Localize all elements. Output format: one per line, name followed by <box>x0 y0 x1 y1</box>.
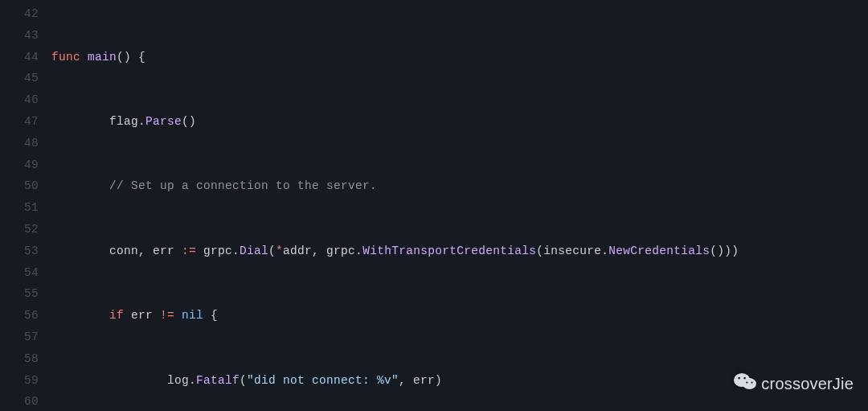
line-number: 56 <box>0 305 39 327</box>
line-number: 49 <box>0 154 39 176</box>
ident: log. <box>167 374 196 387</box>
svg-point-5 <box>751 382 753 384</box>
call: NewCredentials <box>608 245 710 257</box>
punct: () <box>182 115 196 128</box>
code-line: func main() { <box>51 47 868 68</box>
code-line: conn, err := grpc.Dial(*addr, grpc.WithT… <box>51 240 868 262</box>
line-number: 60 <box>0 391 39 411</box>
line-number: 46 <box>0 89 39 111</box>
line-number: 55 <box>0 283 39 305</box>
call: Dial <box>240 245 268 257</box>
svg-point-2 <box>739 377 741 380</box>
line-number: 51 <box>0 197 39 219</box>
wechat-icon <box>734 372 761 397</box>
line-number: 47 <box>0 111 39 133</box>
line-number: 58 <box>0 348 39 370</box>
ident: conn, err <box>109 245 182 257</box>
op: != <box>160 309 174 322</box>
ident: addr, grpc. <box>283 245 362 257</box>
line-number: 54 <box>0 262 39 284</box>
punct: () { <box>117 51 145 64</box>
code-area: func main() { flag.Parse() // Set up a c… <box>45 0 868 411</box>
svg-point-1 <box>743 378 756 389</box>
punct: ( <box>268 245 276 257</box>
line-number: 43 <box>0 25 39 47</box>
watermark: crossoverJie <box>734 372 854 397</box>
op: := <box>182 245 196 257</box>
code-line: if err != nil { <box>51 305 868 327</box>
watermark-text: crossoverJie <box>761 373 854 395</box>
call: Parse <box>145 115 182 128</box>
line-number: 59 <box>0 370 39 392</box>
line-number: 45 <box>0 68 39 89</box>
line-number: 48 <box>0 133 39 154</box>
line-number: 50 <box>0 175 39 197</box>
ident: err <box>124 309 160 322</box>
line-number: 53 <box>0 240 39 262</box>
line-number: 44 <box>0 47 39 68</box>
svg-point-3 <box>744 377 747 380</box>
call: WithTransportCredentials <box>362 245 536 257</box>
const: nil <box>182 309 203 322</box>
ident: flag. <box>109 115 145 128</box>
op: * <box>276 245 283 257</box>
space <box>174 309 182 322</box>
svg-point-4 <box>747 382 748 384</box>
punct: , err) <box>399 374 442 387</box>
line-number: 42 <box>0 3 39 25</box>
comment: // Set up a connection to the server. <box>109 179 377 192</box>
keyword: if <box>109 309 124 322</box>
code-line: flag.Parse() <box>51 111 868 133</box>
line-number: 52 <box>0 219 39 240</box>
punct: ( <box>240 374 247 387</box>
code-editor: 42434445464748495051525354555657585960 f… <box>0 0 868 411</box>
call: Fatalf <box>196 374 240 387</box>
punct: { <box>203 309 218 322</box>
code-line: // Set up a connection to the server. <box>51 175 868 197</box>
line-number-gutter: 42434445464748495051525354555657585960 <box>0 0 45 411</box>
line-number: 57 <box>0 327 39 348</box>
ident: (insecure. <box>536 245 608 257</box>
punct: ())) <box>710 245 739 257</box>
func-name: main <box>88 51 117 64</box>
ident: grpc. <box>196 245 240 257</box>
string: "did not connect: %v" <box>247 374 399 387</box>
keyword: func <box>51 51 80 64</box>
